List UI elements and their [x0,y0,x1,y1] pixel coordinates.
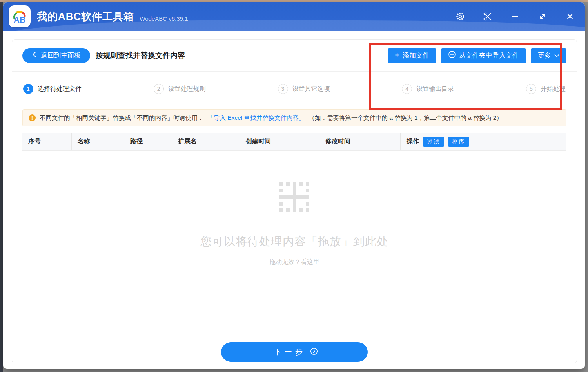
step-4-label: 设置输出目录 [416,85,454,93]
step-3-label: 设置其它选项 [292,85,330,93]
minimize-button[interactable] [507,9,523,24]
file-drop-zone[interactable]: 您可以将待处理内容「拖放」到此处 拖动无效？看这里 [12,151,577,341]
step-wizard: 1 选择待处理文件 2 设置处理规则 3 设置其它选项 4 设置输出目录 [12,72,577,106]
step-2-number: 2 [154,84,164,94]
circle-arrow-right-icon [310,347,318,358]
page-title: 按规则查找并替换文件内容 [96,51,185,61]
chevron-left-icon [32,51,37,60]
desktop-background-edge [0,2,3,372]
column-header-created: 创建时间 [240,133,319,150]
more-button[interactable]: 更多 [531,48,566,63]
drop-target-icon [279,182,309,213]
column-header-name: 名称 [72,133,124,150]
drop-zone-hint-link[interactable]: 拖动无效？看这里 [269,258,319,266]
filter-button[interactable]: 过滤 [423,137,444,147]
main-area: 返回到主面板 按规则查找并替换文件内容 + 添加文件 从文件夹中导入文件 [3,31,585,369]
notice-excel-link[interactable]: 「导入 Excel 查找并替换文件内容」 [208,114,305,122]
actions-label: 操作 [407,137,419,146]
notice-text: 不同文件的「相同关键字」替换成「不同的内容」时请使用： [40,114,204,122]
column-header-extension: 扩展名 [172,133,240,150]
step-4-output-dir: 4 设置输出目录 [402,84,454,94]
step-3-number: 3 [278,84,288,94]
notice-banner: ! 不同文件的「相同关键字」替换成「不同的内容」时请使用： 「导入 Excel … [22,109,566,126]
warning-icon: ! [29,114,36,121]
back-to-dashboard-button[interactable]: 返回到主面板 [22,48,90,63]
step-2-label: 设置处理规则 [168,85,206,93]
chevron-down-icon [554,52,559,60]
column-header-path: 路径 [124,133,172,150]
step-2-set-rules: 2 设置处理规则 [154,84,206,94]
step-5-label: 开始处理 [541,85,566,93]
next-step-button[interactable]: 下一步 [221,342,368,362]
step-1-label: 选择待处理文件 [38,85,82,93]
circle-plus-icon [448,51,456,60]
maximize-icon [538,12,547,21]
close-icon [565,12,575,21]
app-title: 我的ABC软件工具箱 [37,10,134,23]
content-card: 返回到主面板 按规则查找并替换文件内容 + 添加文件 从文件夹中导入文件 [12,39,577,363]
app-version: WodeABC v6.39.1 [140,15,188,22]
gear-icon [455,11,465,22]
notice-example-text: （如：需要将第一个文件中的 a 替换为 1，第二个文件中的 a 替换为 2） [309,114,503,122]
column-header-index: 序号 [22,133,72,150]
add-files-button[interactable]: + 添加文件 [388,48,436,63]
step-connector [459,89,521,89]
step-5-start: 5 开始处理 [526,84,566,94]
settings-button[interactable] [452,9,468,24]
column-header-modified: 修改时间 [319,133,401,150]
step-3-other-options: 3 设置其它选项 [278,84,330,94]
file-table-header: 序号 名称 路径 扩展名 创建时间 修改时间 操作 过滤 排序 [22,133,566,151]
import-from-folder-button[interactable]: 从文件夹中导入文件 [441,48,526,63]
step-1-number: 1 [23,84,33,94]
drop-zone-message: 您可以将待处理内容「拖放」到此处 [200,234,388,249]
next-step-label: 下一步 [274,347,306,357]
back-button-label: 返回到主面板 [41,51,81,60]
card-header: 返回到主面板 按规则查找并替换文件内容 + 添加文件 从文件夹中导入文件 [12,40,577,72]
app-logo-icon: AB [11,7,29,25]
titlebar: AB 我的ABC软件工具箱 WodeABC v6.39.1 [3,2,585,31]
scissors-icon [483,11,493,22]
step-4-number: 4 [402,84,412,94]
plus-icon: + [395,51,399,59]
step-1-select-files: 1 选择待处理文件 [23,84,82,94]
more-label: 更多 [538,51,551,60]
svg-text:AB: AB [14,15,26,25]
add-files-label: 添加文件 [403,51,429,60]
sort-button[interactable]: 排序 [448,137,469,147]
app-window: AB 我的ABC软件工具箱 WodeABC v6.39.1 [3,2,585,369]
column-header-actions: 操作 过滤 排序 [401,133,566,150]
step-connector [336,89,397,89]
step-5-number: 5 [526,84,536,94]
close-button[interactable] [562,9,578,24]
maximize-button[interactable] [535,9,550,24]
app-logo: AB [9,5,31,27]
import-from-folder-label: 从文件夹中导入文件 [459,51,519,60]
screenshot-button[interactable] [480,9,495,24]
minimize-icon [510,12,520,21]
step-connector [211,89,272,89]
step-connector [87,89,148,89]
